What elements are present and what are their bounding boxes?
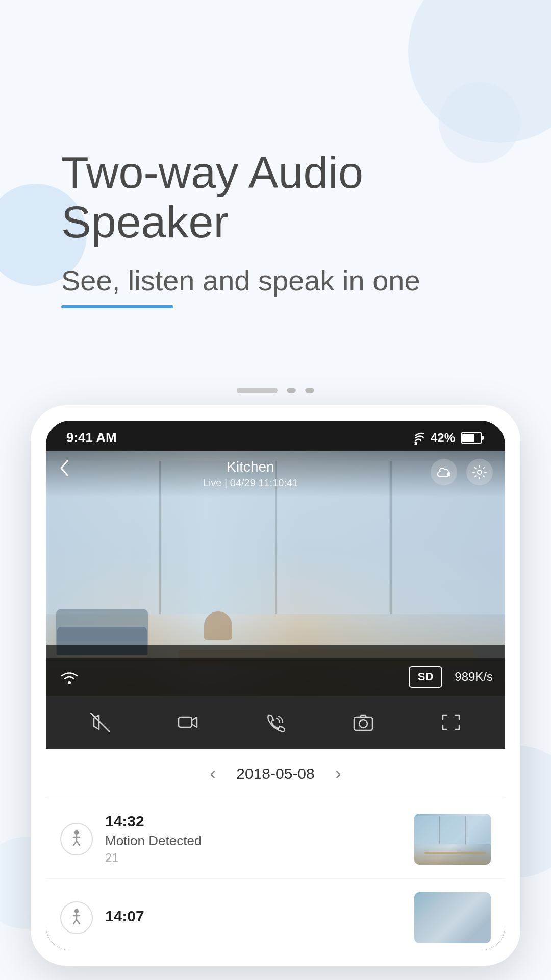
event-list: 14:32 Motion Detected 21	[46, 799, 505, 950]
camera-view: Kitchen Live | 04/29 11:10:41	[46, 451, 505, 696]
back-button[interactable]	[58, 459, 70, 477]
svg-point-11	[74, 909, 79, 913]
pagination	[31, 388, 520, 393]
event-item-1[interactable]: 14:32 Motion Detected 21	[46, 799, 505, 879]
camera-title-area: Kitchen Live | 04/29 11:10:41	[203, 459, 298, 489]
svg-rect-4	[447, 472, 450, 476]
sd-bandwidth-group: SD 989K/s	[409, 666, 493, 688]
camera-name: Kitchen	[203, 459, 298, 475]
event-icon-container-2	[60, 901, 93, 934]
event-icon-container-1	[60, 823, 93, 855]
event-thumb-2[interactable]	[414, 892, 491, 943]
status-time: 9:41 AM	[66, 430, 117, 446]
subtitle: See, listen and speak in one	[61, 262, 420, 300]
svg-point-0	[414, 441, 417, 444]
camera-status: Live | 04/29 11:10:41	[203, 477, 298, 489]
next-date-arrow[interactable]: ›	[335, 763, 341, 785]
record-button[interactable]	[177, 711, 199, 733]
svg-rect-3	[482, 436, 484, 440]
wifi-quality	[58, 668, 81, 686]
camera-footer: SD 989K/s	[46, 658, 505, 696]
status-right: 42%	[407, 431, 485, 445]
fullscreen-button[interactable]	[440, 711, 462, 733]
snapshot-icon	[352, 711, 374, 733]
phone-container: 9:41 AM 42%	[31, 388, 520, 966]
header-section: Two-way Audio Speaker See, listen and sp…	[61, 148, 520, 299]
chair-shape	[204, 611, 232, 640]
cloud-button[interactable]	[431, 459, 457, 485]
sd-badge: SD	[409, 666, 443, 688]
camera-header: Kitchen Live | 04/29 11:10:41	[46, 451, 505, 497]
mute-icon	[89, 711, 111, 733]
fullscreen-icon	[440, 711, 462, 733]
date-nav: ‹ 2018-05-08 ›	[46, 749, 505, 799]
svg-point-10	[74, 830, 79, 835]
event-thumb-1[interactable]	[414, 814, 491, 865]
svg-rect-2	[462, 434, 474, 442]
event-time-2: 14:07	[105, 908, 402, 925]
control-bar	[46, 696, 505, 749]
record-icon	[177, 711, 199, 733]
bandwidth-text: 989K/s	[455, 670, 493, 684]
event-info-2: 14:07	[105, 908, 402, 928]
settings-button[interactable]	[466, 459, 493, 485]
event-count-1: 21	[105, 851, 402, 865]
motion-icon-2	[68, 909, 85, 927]
call-button[interactable]	[264, 711, 287, 733]
dot-2[interactable]	[287, 388, 296, 393]
main-title: Two-way Audio Speaker	[61, 148, 520, 247]
dot-3[interactable]	[305, 388, 314, 393]
svg-point-6	[68, 681, 71, 684]
motion-icon-1	[68, 830, 85, 848]
svg-rect-7	[179, 717, 192, 727]
call-icon	[264, 711, 287, 733]
phone-screen: 9:41 AM 42%	[46, 421, 505, 950]
event-type-1: Motion Detected	[105, 833, 402, 849]
battery-percent: 42%	[431, 431, 455, 445]
wifi-icon	[407, 431, 424, 445]
phone-outer: 9:41 AM 42%	[31, 405, 520, 966]
event-info-1: 14:32 Motion Detected 21	[105, 813, 402, 865]
svg-point-5	[478, 470, 482, 474]
event-item-2[interactable]: 14:07	[46, 879, 505, 950]
snapshot-button[interactable]	[352, 711, 374, 733]
current-date: 2018-05-08	[236, 765, 314, 782]
prev-date-arrow[interactable]: ‹	[210, 763, 216, 785]
dot-1[interactable]	[237, 388, 278, 393]
status-bar: 9:41 AM 42%	[46, 421, 505, 451]
camera-actions	[431, 459, 493, 485]
mute-button[interactable]	[89, 711, 111, 733]
svg-point-9	[359, 720, 367, 728]
event-time-1: 14:32	[105, 813, 402, 830]
battery-icon	[461, 432, 485, 444]
